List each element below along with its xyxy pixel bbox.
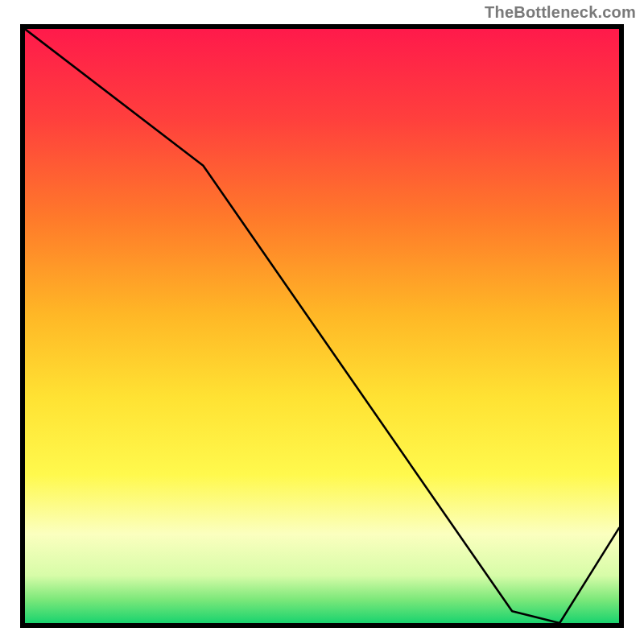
chart-area (20, 24, 624, 628)
watermark-text: TheBottleneck.com (485, 3, 636, 22)
chart-svg (25, 29, 619, 623)
chart-line (25, 29, 619, 623)
canvas: TheBottleneck.com (0, 0, 644, 644)
